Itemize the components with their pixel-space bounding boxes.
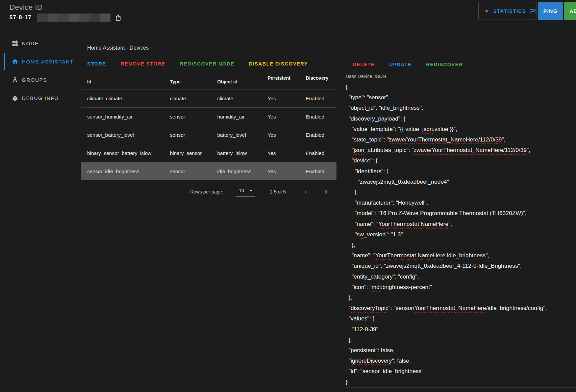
sidebar-item-home-assistant[interactable]: HOME ASSISTANT [0, 52, 81, 71]
json-line: }, [346, 240, 576, 250]
json-line: "entity_category": "config", [346, 271, 576, 282]
json-line: "112-0-39" [346, 324, 576, 335]
json-line: }, [346, 292, 576, 303]
chart-multiline-icon [526, 7, 536, 15]
table-cell: Enabled [306, 168, 336, 174]
table-cell: humidity_air [217, 114, 268, 120]
hass-json-label: Hass Device JSON [346, 74, 576, 79]
json-line: "values": [ [346, 313, 576, 324]
delete-button[interactable]: DELETE [353, 62, 375, 67]
json-line: } [346, 377, 576, 387]
table-cell: idle_brightness [217, 168, 268, 174]
column-header-discovery[interactable]: Discovery [306, 75, 336, 81]
sidebar-item-node[interactable]: NODE [0, 34, 81, 52]
json-line: "object_id": "idle_brightness", [346, 103, 576, 113]
header-actions: STATISTICS PING ADVANCED [478, 2, 576, 20]
table-header-row: IdTypeObject idPersistentDiscovery [81, 74, 336, 89]
json-line: "state_topic": "zwave/YourThermostat_Nam… [346, 134, 576, 145]
json-line: { [346, 82, 576, 92]
sidebar-item-label: NODE [22, 41, 39, 46]
next-page-icon[interactable] [323, 188, 330, 195]
sidebar: NODEHOME ASSISTANTGROUPSDEBUG INFO [0, 26, 81, 107]
table-row[interactable]: sensor_humidity_airsensorhumidity_airYes… [81, 107, 336, 126]
device-actions: STOREREMOVE STOREREDISCOVER NODEDISABLE … [87, 59, 336, 69]
json-editor-underline [346, 388, 576, 388]
redacted-device-name [37, 14, 110, 22]
section-title: Home Assistant - Devices [87, 45, 336, 51]
column-header-id[interactable]: Id [87, 79, 170, 84]
home-icon [11, 58, 19, 65]
rows-per-page-value: 10 [239, 188, 244, 193]
table-cell: battery_level [217, 132, 268, 138]
redacted-block [37, 14, 48, 22]
rediscover-node-button[interactable]: REDISCOVER NODE [180, 61, 234, 67]
column-header-object-id[interactable]: Object id [217, 79, 268, 84]
table-cell: sensor_humidity_air [87, 114, 170, 120]
sidebar-item-label: GROUPS [22, 77, 47, 83]
ping-button[interactable]: PING [538, 2, 563, 20]
header: Device ID 57-8-17 STATISTICS PING ADVANC… [0, 0, 576, 26]
table-cell: sensor [170, 168, 217, 174]
json-line: "ignoreDiscovery": false, [346, 356, 576, 366]
sidebar-item-groups[interactable]: GROUPS [0, 71, 81, 89]
json-line: "type": "sensor", [346, 92, 576, 103]
json-line: "zwavejs2mqtt_0xdeadbeef_node4" [346, 177, 576, 187]
json-line: "value_template": "{{ value_json.value }… [346, 124, 576, 134]
json-line: "discoveryTopic": "sensor/YourThermostat… [346, 303, 576, 313]
table-row[interactable]: climate_climateclimateclimateYesEnabled [81, 89, 336, 107]
remove-store-button[interactable]: REMOVE STORE [121, 61, 165, 67]
table-cell: climate_climate [87, 96, 170, 101]
pagination: Rows per page: 10 1-5 of 5 [81, 182, 336, 201]
rediscover-button[interactable]: REDISCOVER [426, 62, 463, 67]
json-line: "icon": "mdi:brightness-percent" [346, 282, 576, 292]
bug-icon [11, 95, 19, 102]
update-button[interactable]: UPDATE [389, 62, 411, 67]
table-cell: battery_islow [217, 150, 268, 156]
column-header-persistent[interactable]: Persistent [268, 75, 306, 81]
sidebar-item-debug-info[interactable]: DEBUG INFO [0, 89, 81, 107]
column-header-type[interactable]: Type [170, 79, 217, 84]
store-button[interactable]: STORE [87, 61, 106, 67]
redacted-block [100, 14, 110, 22]
table-row[interactable]: binary_sensor_battery_islowbinary_sensor… [81, 144, 336, 162]
json-line: "id": "sensor_idle_brightness" [346, 366, 576, 376]
home-assistant-devices-section: Home Assistant - Devices STOREREMOVE STO… [81, 26, 336, 201]
table-cell: Yes [268, 132, 306, 138]
json-line: "sw_version": "1.3" [346, 229, 576, 240]
zwavejs-device-page: Device ID 57-8-17 STATISTICS PING ADVANC… [0, 0, 576, 392]
table-cell: Enabled [306, 150, 336, 156]
redacted-block [90, 14, 100, 22]
json-line: "identifiers": [ [346, 166, 576, 177]
statistics-button[interactable]: STATISTICS [478, 2, 536, 20]
disable-discovery-button[interactable]: DISABLE DISCOVERY [249, 61, 308, 67]
table-cell: Enabled [306, 132, 336, 138]
widgets-icon [11, 40, 19, 47]
table-cell: climate [170, 96, 217, 101]
json-line: "persistent": false, [346, 345, 576, 356]
hass-device-panel: DELETEUPDATEREDISCOVER Hass Device JSON … [346, 26, 576, 392]
hass-device-actions: DELETEUPDATEREDISCOVER [353, 59, 576, 70]
device-id-value: 57-8-17 [9, 15, 32, 21]
previous-page-icon[interactable] [302, 188, 309, 195]
json-line: "model": "T6 Pro Z-Wave Programmable The… [346, 208, 576, 218]
pagination-range: 1-5 of 5 [270, 189, 286, 194]
chevron-down-icon [248, 187, 254, 194]
json-line: "name": "YourThermostat NameHere idle_br… [346, 250, 576, 261]
table-cell: sensor_idle_brightness [87, 168, 170, 174]
redacted-block [79, 14, 90, 22]
json-line: "device": { [346, 155, 576, 166]
table-cell: binary_sensor [170, 150, 217, 156]
json-line: ], [346, 335, 576, 345]
rows-per-page-select[interactable]: 10 [236, 187, 255, 197]
share-icon[interactable] [115, 14, 122, 21]
table-cell: binary_sensor_battery_islow [87, 150, 170, 156]
table-row[interactable]: sensor_battery_levelsensorbattery_levelY… [81, 126, 336, 144]
table-row[interactable]: sensor_idle_brightnesssensoridle_brightn… [81, 162, 336, 180]
statistics-label: STATISTICS [493, 8, 526, 14]
table-cell: Yes [268, 96, 306, 101]
json-line: "unique_id": "zwavejs2mqtt_0xdeadbeef_4-… [346, 261, 576, 271]
advanced-button[interactable]: ADVANCED [564, 2, 576, 20]
hass-json-editor[interactable]: {"type": "sensor","object_id": "idle_bri… [346, 82, 576, 387]
redacted-block [48, 14, 58, 22]
table-cell: Yes [268, 150, 306, 156]
